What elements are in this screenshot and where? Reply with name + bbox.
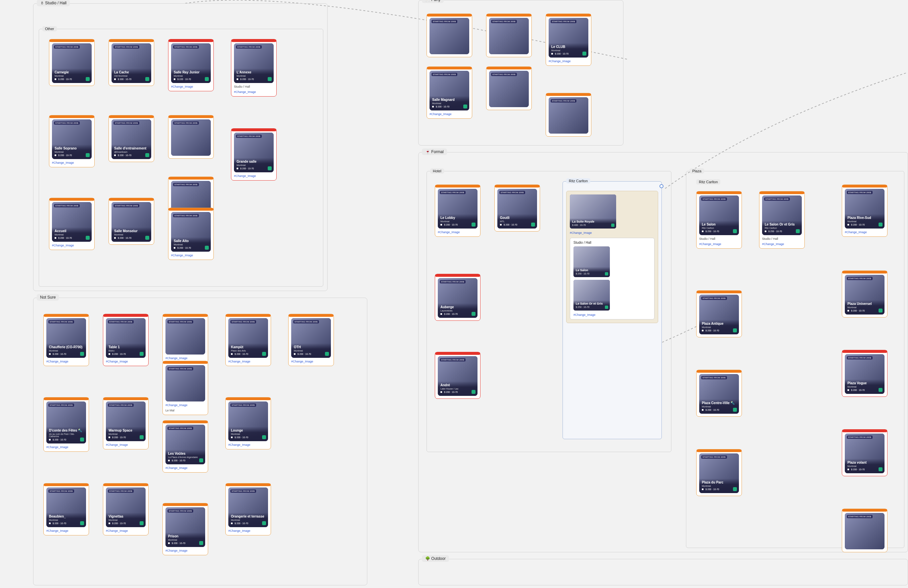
venue-card-wrap[interactable]: STARTING FROM 200$KampütPlace des Arts$ … [225, 314, 271, 366]
venue-card-wrap[interactable]: STARTING FROM 200$ [546, 93, 591, 137]
venue-card-wrap[interactable]: STARTING FROM 200$Plaza VogueMontreal$ 2… [842, 350, 887, 397]
venue-card-wrap[interactable]: STARTING FROM 200$L'AnnexeMontreal$ 200 … [231, 39, 277, 96]
change-image-link[interactable]: #Change_Image [46, 445, 86, 449]
change-image-link[interactable]: #Change_Image [166, 466, 205, 470]
venue-card-wrap[interactable]: STARTING FROM 200$Salle MagnardMontreal$… [427, 66, 472, 119]
venue-card[interactable]: STARTING FROM 200$Warmup SpaceMontreal$ … [106, 402, 146, 441]
venue-card[interactable]: STARTING FROM 200$Plaza Centre-Ville 🔦Mo… [699, 374, 739, 414]
change-image-link[interactable]: #Change_Image [573, 313, 651, 316]
section-title[interactable]: Not Sure [37, 294, 59, 300]
venue-card-wrap[interactable]: STARTING FROM 200$PrisonMontreal$ 200 · … [163, 503, 208, 555]
venue-card-wrap[interactable]: STARTING FROM 200$Plaza Centre-Ville 🔦Mo… [696, 370, 742, 417]
venue-card[interactable]: STARTING FROM 200$KampütPlace des Arts$ … [228, 318, 268, 358]
subsection-title[interactable]: Hotel [430, 168, 444, 174]
venue-card[interactable]: STARTING FROM 200$ [845, 513, 884, 549]
venue-card[interactable]: STARTING FROM 200$Plaza VogueMontreal$ 2… [845, 354, 884, 394]
venue-card-wrap[interactable]: STARTING FROM 200$ [168, 115, 214, 159]
change-image-link[interactable]: #Change_Image [171, 85, 211, 88]
venue-card-wrap[interactable]: STARTING FROM 200$ [842, 509, 887, 552]
venue-card-wrap[interactable]: STARTING FROM 200$ [427, 14, 472, 57]
change-image-link[interactable]: #Change_Image [228, 443, 268, 447]
change-image-link[interactable]: #Change_Image [570, 231, 655, 235]
change-image-link[interactable]: #Change_Image [549, 59, 588, 63]
change-image-link[interactable]: #Change_Image [106, 529, 146, 532]
venue-card-wrap[interactable]: STARTING FROM 200$Plaza UniverselMontrea… [842, 270, 887, 318]
nested-ritz-frame[interactable]: Ritz CarltonLa Suite Royale$ 400 · 10-70… [562, 181, 662, 439]
venue-card[interactable]: STARTING FROM 200$ [430, 18, 469, 54]
change-image-link[interactable]: #Change_Image [166, 549, 205, 552]
venue-card[interactable]: STARTING FROM 200$Le Salon Or et GrisRit… [762, 196, 802, 235]
venue-card[interactable]: STARTING FROM 200$CarnegieMontreal$ 200 … [52, 43, 92, 83]
change-image-link[interactable]: #Change_Image [699, 243, 739, 246]
section-title[interactable]: 🕯 Studio / Hall [37, 0, 70, 6]
venue-card[interactable]: STARTING FROM 200$La CacheOld Montreal$ … [111, 43, 151, 83]
venue-card-wrap[interactable]: STARTING FROM 200$#Change_Image [163, 314, 208, 363]
venue-card[interactable]: STARTING FROM 200$Orangerie et terrasseM… [228, 487, 268, 527]
venue-card-wrap[interactable]: STARTING FROM 200$OTHMontreal$ 200 · 10-… [288, 314, 334, 366]
change-image-link[interactable]: #Change_Image [228, 529, 268, 532]
section-title[interactable]: 🍷 Formal [422, 148, 447, 155]
change-image-link[interactable]: #Change_Image [106, 443, 146, 447]
venue-card[interactable]: STARTING FROM 200$Plaza UniverselMontrea… [845, 275, 884, 315]
venue-card-wrap[interactable]: STARTING FROM 200$Grande salleMontreal$ … [231, 128, 277, 181]
venue-card-wrap[interactable]: STARTING FROM 200$La CacheOld Montreal$ … [108, 39, 154, 86]
change-image-link[interactable]: #Change_Image [234, 174, 274, 178]
suite-royale-card[interactable]: La Suite Royale$ 400 · 10-70 [570, 194, 616, 228]
change-image-link[interactable]: #Change_Image [46, 529, 86, 532]
venue-card-wrap[interactable]: STARTING FROM 200$Le SalonRitz Carlton$ … [696, 191, 742, 249]
venue-card-wrap[interactable]: STARTING FROM 200$Salle MonseiurMontreal… [108, 198, 154, 245]
venue-card[interactable]: STARTING FROM 200$Salle AltoMontreal$ 20… [171, 212, 211, 252]
venue-card-wrap[interactable]: STARTING FROM 200$AubergeLaurentides$ 20… [435, 274, 480, 321]
venue-card-wrap[interactable]: STARTING FROM 200$Salle AltoMontreal$ 20… [168, 208, 214, 260]
venue-card-wrap[interactable]: STARTING FROM 200$Chaufferie (CO-R700)Mo… [43, 314, 89, 366]
venue-card[interactable]: STARTING FROM 200$AubergeLaurentides$ 20… [438, 278, 478, 318]
venue-card[interactable]: STARTING FROM 200$Salle MagnardMontreal$… [430, 71, 469, 111]
venue-card-wrap[interactable]: STARTING FROM 200$VignettasMontreal$ 200… [103, 483, 148, 535]
change-image-link[interactable]: #Change_Image [438, 230, 478, 234]
venue-card[interactable]: STARTING FROM 200$Beaubien_Montreal$ 200… [46, 487, 86, 527]
section-title[interactable]: 🥂 Party [422, 0, 444, 3]
change-image-link[interactable]: #Change_Image [291, 360, 331, 363]
venue-card[interactable]: STARTING FROM 200$ [171, 119, 211, 156]
node-connector-icon[interactable] [660, 184, 663, 188]
venue-card[interactable]: STARTING FROM 200$Plaza AntiqueMontreal$… [699, 295, 739, 334]
venue-card[interactable]: STARTING FROM 200$Le CLUBMontreal$ 200 ·… [549, 18, 588, 58]
subsection-title[interactable]: Plaza [690, 168, 704, 174]
venue-card[interactable]: STARTING FROM 200$Salle d'entrainement@D… [111, 119, 151, 159]
venue-card-wrap[interactable]: STARTING FROM 200$ [486, 14, 532, 57]
venue-card[interactable]: STARTING FROM 200$GoutliMTL$ 200 · 10-70 [497, 189, 537, 228]
change-image-link[interactable]: #Change_Image [166, 403, 205, 407]
venue-card[interactable]: STARTING FROM 200$Le SalonRitz Carlton$ … [699, 196, 739, 235]
venue-card-wrap[interactable]: STARTING FROM 200$Orangerie et terrasseM… [225, 483, 271, 535]
change-image-link[interactable]: #Change_Image [46, 360, 86, 363]
venue-card[interactable]: STARTING FROM 200$Plaza du ParcMontreal$… [699, 453, 739, 493]
venue-card[interactable]: STARTING FROM 200$L'AnnexeMontreal$ 200 … [234, 43, 274, 83]
venue-card[interactable]: STARTING FROM 200$Chaufferie (CO-R700)Mo… [46, 318, 86, 358]
venue-card-wrap[interactable]: STARTING FROM 200$CarnegieMontreal$ 200 … [49, 39, 95, 86]
section-title[interactable]: 🌳 Outdoor [422, 555, 449, 562]
change-image-link[interactable]: #Change_Image [106, 360, 146, 363]
ritz-carlton-sublabel[interactable]: Ritz Carlton [696, 179, 720, 185]
venue-card-wrap[interactable]: STARTING FROM 200$#Change_ImageLe Mal [163, 361, 208, 415]
venue-card[interactable]: STARTING FROM 200$VignettasMontreal$ 200… [106, 487, 146, 527]
venue-card[interactable]: STARTING FROM 200$Salle SopranoMontreal$… [52, 119, 92, 159]
venue-card-wrap[interactable]: STARTING FROM 200$Salle d'entrainement@D… [108, 115, 154, 162]
venue-card-wrap[interactable]: STARTING FROM 200$Table 1Bistro$ 200 · 1… [103, 314, 148, 366]
venue-card[interactable]: STARTING FROM 200$Le LobbyMontreal$ 200 … [438, 189, 478, 228]
venue-card[interactable]: STARTING FROM 200$ [549, 97, 588, 133]
change-image-link[interactable]: #Change_Image [234, 90, 274, 93]
change-image-link[interactable]: #Change_Image [166, 357, 205, 360]
venue-card[interactable]: STARTING FROM 200$ [166, 365, 205, 402]
venue-card[interactable]: STARTING FROM 200$LoungeMontreal$ 200 · … [228, 402, 268, 441]
venue-card-wrap[interactable]: STARTING FROM 200$Salle SopranoMontreal$… [49, 115, 95, 167]
venue-card[interactable]: STARTING FROM 200$Salle Ray JuniorMontre… [171, 43, 211, 83]
venue-card-wrap[interactable]: STARTING FROM 200$AccueilMontreal$ 200 ·… [49, 198, 95, 250]
venue-card[interactable]: STARTING FROM 200$PrisonMontreal$ 200 · … [166, 507, 205, 547]
venue-card[interactable]: STARTING FROM 200$AccueilMontreal$ 200 ·… [52, 202, 92, 242]
venue-card[interactable]: STARTING FROM 200$D'conte des Fêtes 🔦sis… [46, 402, 86, 443]
venue-card[interactable]: STARTING FROM 200$Plaza Rive-SudMontreal… [845, 189, 884, 228]
change-image-link[interactable]: #Change_Image [52, 161, 92, 164]
venue-card-wrap[interactable]: STARTING FROM 200$LoungeMontreal$ 200 · … [225, 397, 271, 450]
venue-card-wrap[interactable]: STARTING FROM 200$Salle Ray JuniorMontre… [168, 39, 214, 91]
venue-card-wrap[interactable]: STARTING FROM 200$Le CLUBMontreal$ 200 ·… [546, 14, 591, 66]
